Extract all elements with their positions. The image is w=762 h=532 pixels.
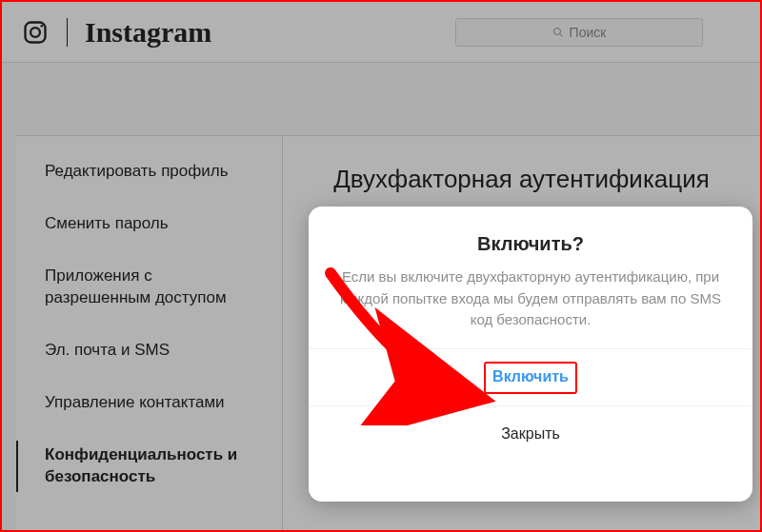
search-icon <box>552 27 564 38</box>
page-title: Двухфакторная аутентификация <box>311 165 732 194</box>
svg-point-3 <box>553 28 560 34</box>
instagram-wordmark: Instagram <box>85 16 211 49</box>
close-button[interactable]: Закрыть <box>309 405 752 463</box>
search-input[interactable]: Поиск <box>455 18 703 47</box>
instagram-camera-icon <box>21 18 50 47</box>
sidebar-item-privacy-security[interactable]: Конфиденциальность и безопасность <box>16 429 282 503</box>
sidebar-item-edit-profile[interactable]: Редактировать профиль <box>16 146 282 198</box>
sidebar-item-label: Эл. почта и SMS <box>45 341 170 359</box>
sidebar-item-label: Управление контактами <box>45 393 225 411</box>
header-divider <box>67 18 68 47</box>
app-header: Instagram Поиск <box>2 2 760 63</box>
modal-description: Если вы включите двухфакторную аутентифи… <box>337 266 724 331</box>
sidebar-item-label: Редактировать профиль <box>45 162 229 180</box>
modal-body: Включить? Если вы включите двухфакторную… <box>309 207 752 348</box>
sidebar-item-label: Сменить пароль <box>45 214 169 232</box>
enable-button-label: Включить <box>492 368 569 385</box>
search-container: Поиск <box>455 18 703 47</box>
sidebar-item-label: Конфиденциальность и безопасность <box>45 445 237 485</box>
svg-point-1 <box>30 28 40 37</box>
sidebar-item-label: Приложения с разрешенным доступом <box>45 266 227 306</box>
sidebar-item-authorized-apps[interactable]: Приложения с разрешенным доступом <box>16 250 282 325</box>
svg-point-2 <box>40 24 43 27</box>
search-placeholder: Поиск <box>570 25 607 40</box>
svg-line-4 <box>559 33 562 36</box>
sidebar-item-manage-contacts[interactable]: Управление контактами <box>16 377 282 429</box>
app-frame: Instagram Поиск Редактировать профиль См… <box>0 0 762 532</box>
sidebar-item-change-password[interactable]: Сменить пароль <box>16 198 282 250</box>
settings-sidebar: Редактировать профиль Сменить пароль При… <box>16 136 283 530</box>
enable-button[interactable]: Включить <box>309 348 752 405</box>
enable-2fa-modal: Включить? Если вы включите двухфакторную… <box>309 207 752 502</box>
close-button-label: Закрыть <box>501 425 560 443</box>
modal-title: Включить? <box>337 233 724 255</box>
sidebar-item-email-sms[interactable]: Эл. почта и SMS <box>16 325 282 377</box>
